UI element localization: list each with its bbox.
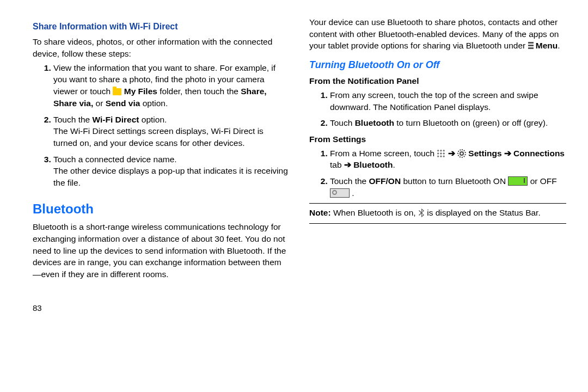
wifi-direct-steps: View the information that you want to sh… (41, 62, 290, 189)
divider (309, 223, 566, 224)
page-number: 83 (33, 302, 290, 314)
settings-step-2: Touch the OFF/ON button to turn Bluetoot… (330, 175, 566, 199)
apps-icon (437, 149, 445, 158)
notif-step-2: Touch Bluetooth to turn Bluetooth on (gr… (330, 117, 566, 129)
right-column: Your device can use Bluetooth to share p… (309, 16, 566, 314)
notif-step-1: From any screen, touch the top of the sc… (330, 89, 566, 113)
folder-icon (113, 88, 121, 95)
note: Note: When Bluetooth is on, is displayed… (309, 207, 566, 219)
settings-step-1: From a Home screen, touch ➔ Settings ➔ C… (330, 148, 566, 171)
toggle-on-icon (508, 176, 528, 186)
left-column: Share Information with Wi-Fi Direct To s… (33, 16, 290, 314)
step-2: Touch the Wi-Fi Direct option. The Wi-Fi… (53, 114, 290, 149)
step-3: Touch a connected device name. The other… (53, 154, 290, 189)
notification-steps: From any screen, touch the top of the sc… (318, 89, 566, 129)
bluetooth-icon (418, 207, 425, 219)
bluetooth-paragraph: Bluetooth is a short-range wireless comm… (33, 221, 290, 280)
menu-icon (528, 42, 534, 50)
heading-turning-bluetooth: Turning Bluetooth On or Off (309, 58, 566, 72)
divider (309, 203, 566, 204)
heading-from-settings: From Settings (309, 133, 566, 145)
step-1: View the information that you want to sh… (53, 62, 290, 109)
toggle-off-icon (330, 188, 350, 198)
gear-icon (457, 149, 466, 158)
settings-steps: From a Home screen, touch ➔ Settings ➔ C… (318, 148, 566, 199)
heading-bluetooth: Bluetooth (33, 200, 290, 218)
bluetooth-share-paragraph: Your device can use Bluetooth to share p… (309, 16, 566, 52)
intro-paragraph: To share videos, photos, or other inform… (33, 36, 290, 59)
heading-share-wifi-direct: Share Information with Wi-Fi Direct (33, 21, 290, 33)
heading-from-notification: From the Notification Panel (309, 75, 566, 87)
